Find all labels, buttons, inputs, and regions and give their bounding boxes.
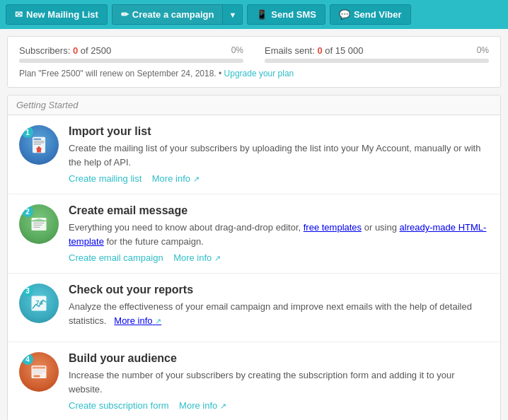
step-3-content: Check out your reports Analyze the effec… <box>69 284 489 332</box>
svg-rect-19 <box>34 375 40 378</box>
stats-panel: Subscribers: 0 of 2500 0% Emails sent: 0… <box>7 36 501 88</box>
external-link-icon-3: ↗ <box>155 317 161 325</box>
svg-rect-17 <box>33 371 45 372</box>
stats-row: Subscribers: 0 of 2500 0% Emails sent: 0… <box>19 45 489 63</box>
svg-rect-1 <box>34 139 42 140</box>
svg-rect-4 <box>34 144 42 145</box>
step-1-links: Create mailing list More info ↗ <box>69 173 489 184</box>
external-link-icon-4: ↗ <box>220 402 226 410</box>
upgrade-plan-link[interactable]: Upgrade your plan <box>224 69 294 78</box>
step-3-more-info-link[interactable]: More info ↗ <box>114 315 161 326</box>
step-3-desc: Analyze the effectiveness of your email … <box>69 300 489 327</box>
reports-icon: 74 <box>28 293 50 314</box>
plus-icon: ✉ <box>15 9 23 20</box>
email-icon <box>28 214 50 235</box>
step-3-number: 3 <box>22 285 33 296</box>
step-4-more-info-link[interactable]: More info ↗ <box>179 400 226 411</box>
create-campaign-dropdown-button[interactable]: ▼ <box>222 4 243 25</box>
import-icon <box>28 134 50 156</box>
step-4-desc: Increase the number of your subscribers … <box>69 368 489 396</box>
subscribers-stat: Subscribers: 0 of 2500 0% <box>19 45 243 63</box>
step-4-links: Create subscription form More info ↗ <box>69 400 489 411</box>
step-4-number: 4 <box>22 354 33 365</box>
svg-rect-3 <box>34 142 45 143</box>
step-4-title: Build your audience <box>69 352 489 365</box>
svg-rect-2 <box>34 141 45 141</box>
step-2-title: Create email message <box>69 204 489 217</box>
step-1-more-info-link[interactable]: More info ↗ <box>152 173 200 184</box>
toolbar: ✉ New Mailing List ✏ Create a campaign ▼… <box>0 0 508 29</box>
step-4-icon: 4 <box>19 352 59 392</box>
subscribers-label: Subscribers: 0 of 2500 0% <box>19 45 243 56</box>
audience-icon <box>28 361 50 383</box>
step-2-content: Create email message Everything you need… <box>69 204 489 263</box>
external-link-icon-2: ↗ <box>214 254 221 262</box>
step-1-desc: Create the mailing list of your subscrib… <box>69 141 489 169</box>
step-1-content: Import your list Create the mailing list… <box>69 125 489 184</box>
edit-icon: ✏ <box>121 9 129 20</box>
step-4: 4 Build your audience Increase the numbe… <box>8 342 500 420</box>
step-2-icon: 2 <box>19 204 59 244</box>
step-3: 3 74 Check out your reports Analyze the … <box>8 274 500 342</box>
getting-started-section: Getting Started 1 Import your list Creat… <box>7 95 501 420</box>
step-1-title: Import your list <box>69 125 489 138</box>
subscribers-progress <box>19 59 243 63</box>
svg-rect-8 <box>34 223 45 223</box>
sms-icon: 📱 <box>256 9 267 20</box>
emails-stat: Emails sent: 0 of 15 000 0% <box>265 45 489 63</box>
create-campaign-button[interactable]: ✏ Create a campaign <box>112 4 223 25</box>
svg-rect-15 <box>33 367 45 369</box>
svg-rect-9 <box>34 225 42 226</box>
step-1: 1 Import your list Create the mailing li… <box>8 115 500 194</box>
send-viber-button[interactable]: 💬 Send Viber <box>330 4 411 25</box>
step-2-links: Create email campaign More info ↗ <box>69 252 489 263</box>
svg-rect-16 <box>33 370 45 371</box>
create-subscription-form-link[interactable]: Create subscription form <box>69 400 169 411</box>
step-2-desc: Everything you need to know about drag-a… <box>69 221 489 248</box>
svg-rect-10 <box>34 227 40 228</box>
step-3-icon: 3 74 <box>19 284 59 323</box>
step-2-more-info-link[interactable]: More info ↗ <box>173 252 221 263</box>
create-campaign-split-button: ✏ Create a campaign ▼ <box>112 4 243 25</box>
viber-icon: 💬 <box>339 9 350 20</box>
step-4-content: Build your audience Increase the number … <box>69 352 489 411</box>
step-3-title: Check out your reports <box>69 284 489 296</box>
new-mailing-list-button[interactable]: ✉ New Mailing List <box>6 4 108 25</box>
step-1-number: 1 <box>22 127 33 138</box>
step-2-number: 2 <box>22 206 33 217</box>
step-2: 2 Create email message Everything you ne… <box>8 194 500 274</box>
create-mailing-list-link[interactable]: Create mailing list <box>69 173 142 184</box>
create-email-campaign-link[interactable]: Create email campaign <box>69 252 163 263</box>
free-templates-link[interactable]: free templates <box>304 222 362 233</box>
section-title: Getting Started <box>8 95 500 115</box>
send-sms-button[interactable]: 📱 Send SMS <box>247 4 325 25</box>
step-1-icon: 1 <box>19 125 59 165</box>
emails-label: Emails sent: 0 of 15 000 0% <box>265 45 489 56</box>
external-link-icon: ↗ <box>193 175 200 183</box>
plan-info: Plan "Free 2500" will renew on September… <box>19 69 489 78</box>
svg-rect-18 <box>33 373 42 374</box>
emails-progress <box>265 59 489 63</box>
